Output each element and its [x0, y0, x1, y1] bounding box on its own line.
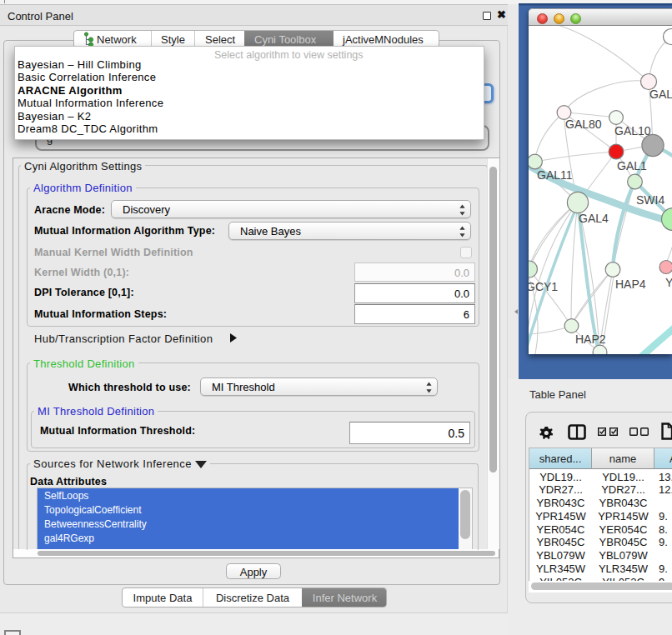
svg-text:GAL10: GAL10	[614, 124, 651, 138]
svg-text:GAL11: GAL11	[537, 168, 573, 182]
svg-text:GAL4: GAL4	[579, 212, 609, 225]
svg-text:Y: Y	[665, 276, 672, 289]
svg-text:GAL1: GAL1	[617, 159, 647, 172]
svg-text:GAL7: GAL7	[649, 88, 672, 101]
svg-text:HAP2: HAP2	[575, 332, 606, 346]
svg-text:SWI4: SWI4	[636, 193, 664, 207]
svg-text:HAP4: HAP4	[615, 278, 646, 291]
svg-text:GAL80: GAL80	[565, 118, 602, 131]
svg-text:GCY1: GCY1	[529, 280, 558, 293]
